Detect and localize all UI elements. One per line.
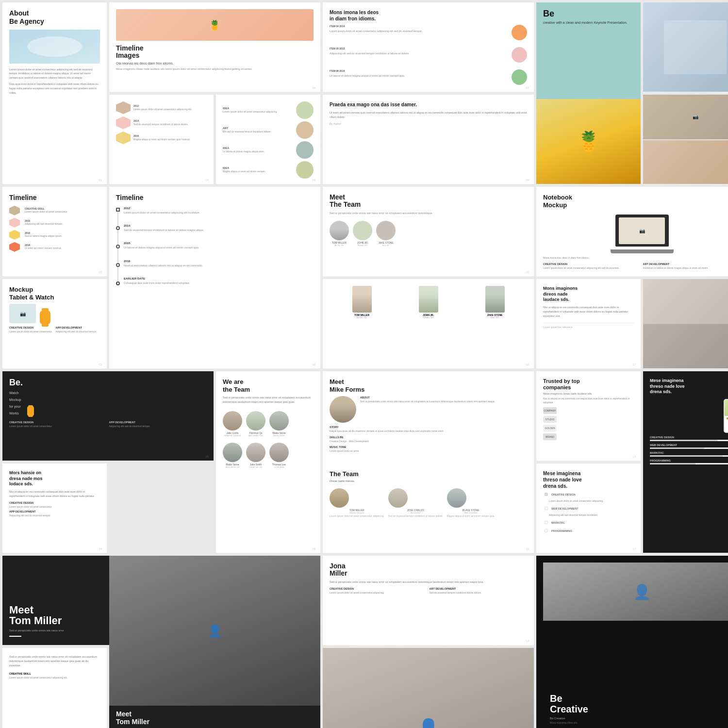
mockup-tablet-specs: CREATIVE DESIGN Lorem ipsum dolor sit am… [9,326,100,333]
be-watch-spec-label-2: APP DEVELOPMENT [109,421,207,424]
slide-items-circles: IDEA Lorem ipsum dolor sit amet consecte… [216,95,320,184]
tablet-spec-1: CREATIVE DESIGN Lorem ipsum dolor sit am… [9,326,54,333]
skill-4: PROGRAMMING [650,459,728,464]
trusted-title: Trusted by topcompanies [543,378,634,391]
item-circle-img-3 [296,141,314,159]
team-member-3: JAKE STONE Dev, NY [376,221,396,247]
section-divider [543,323,634,323]
hex-t4-text: Ut enim ad minim veniam nostrud. [25,247,100,250]
team-p1-role: Art Dir, NY [330,316,394,319]
spec-label-2: ART DEVELOPMENT [643,263,728,265]
page-number-9: 10 [526,271,529,274]
trusted-skill-1: CREATIVE DESIGN [543,491,634,497]
mike-skills-label: SKILLS BE [330,436,527,439]
we-avatar-5 [246,443,265,462]
team-p2-photo [419,286,438,313]
notebook-specs: CREATIVE DESIGN Lorem ipsum dolor sit am… [543,263,728,270]
we-team-body: Sed ut perspiciatis unde omnis iste natu… [223,396,314,404]
page-number: 01 [99,179,102,182]
phone-content: 🍍 [725,416,728,421]
accessories-photos [643,279,728,369]
item-circle-4: IDEA Magna aliqua ut enim ad minim venia… [223,161,314,179]
be-creative-dark-photo: 👤 [543,563,728,688]
hex-label-1: 2012 [133,104,207,107]
tvi-3-year: 2015 [124,242,314,245]
slide-trusted-bottom: Mese imaginenathreso nade lovedrena sds.… [536,463,641,553]
row8-spec-label: CREATIVE SKILL [9,672,100,675]
hex-text-3: Magna aliqua ut enim ad minim veniam qui… [133,138,207,141]
lorem-text-specs: CREATIVE DESIGN Lorem ipsum dolor sit am… [9,501,100,517]
skill-2: WEB DEVELOPMENT [650,444,728,449]
t-line-4 [117,267,118,281]
t-dot-1 [116,208,120,212]
we-team-row2: Blake Stone WEB DEVELOP Jake Smith CREAT… [223,443,314,468]
slide-meet-team-2: TOM MILLER Art Dir, NY JOHN JR. Motion, … [323,279,534,369]
item-circle-label-2: ART [223,127,293,130]
meet-tom-title: MeetTom Miller [116,711,314,726]
t-line-1 [117,212,118,226]
watch-shape [40,311,50,324]
the-team-members: TOM MILLER Graphic Designer Lorem ipsum … [330,488,527,517]
praeda-author: By Author [330,122,527,125]
tablet-device: 📷 [9,304,36,323]
trusted-skill-label-3: MARKITAC [551,521,565,524]
lorem-imaginons-sub: Lorem ipsum line reference [543,326,634,329]
watch-strap-b [28,415,33,417]
about-body2: Duis aute irure dolor in reprehenderit i… [9,82,100,95]
timeline-hex-item-2: 2016 Adipiscing elit sed eiusmod tempor. [9,218,100,228]
lorem-list-items: ITEM 04 2014Lorem ipsum dolor sit amet c… [330,25,527,89]
t-dot-2 [116,226,120,230]
page-number-5: 06 [312,179,315,182]
we-member-role-1: GRAPHIC DESIGN [223,434,242,437]
we-member-5: Jake Smith CREATIVE DIR [246,443,265,468]
we-member-2: Florence Qs ART DIRECTOR [246,411,265,437]
page-number-12: 10 [526,363,529,366]
skill-2-label: WEB DEVELOPMENT [650,444,728,447]
spec-label-1: CREATIVE DESIGN [543,263,641,265]
tvi-4: 2016 Nostrud exercitation ullamco labori… [124,260,314,267]
timeline-hex-item-3: 2016 Sed ut labore magna aliqua ipsum. [9,230,100,240]
team-people-rows: TOM MILLER Art Dir, NY JOHN JR. Motion, … [330,286,527,319]
we-avatar-1 [223,411,242,430]
mike-about-label: ABOUT [360,396,495,399]
page-number-19: 14 [99,547,102,550]
company-4: BRAND [543,433,634,440]
we-member-role-4: WEB DEVELOP [223,466,242,468]
about-title: AboutBe Agency [9,9,100,26]
jona-spec-text-2: Sed do eiusmod tempor incididunt labore … [430,591,528,595]
mike-profile: ABOUT Sed ut perspiciatis unde omnis ist… [330,396,527,423]
item-circle-img-2 [296,121,314,139]
timeline-hex-item-4: 2016 Ut enim ad minim veniam nostrud. [9,242,100,252]
item-circle-text-2: Elit sed do eiusmod tempor incididunt la… [223,130,293,133]
slide-notebook-mockup: NotebookMockup 📷 Moria imona losc deso i… [536,187,728,277]
team-member-1: TOM MILLER Art Dir, NY [330,221,349,247]
notebook-device: 📷 [615,215,669,247]
notebook-spec-1: CREATIVE DESIGN Lorem ipsum dolor sit am… [543,263,641,270]
be-creative-dark-content: BeCreative Bo Creative Mons maestrea dir… [543,688,728,728]
jona-spec-2: ART DEVELOPMENT Sed do eiusmod tempor in… [430,587,528,595]
page-number-3: 07 [526,86,529,89]
we-team-title: We arethe Team [223,378,314,393]
trusted-skill-2: WEB DEVELOPMENT [543,505,634,512]
tvi-5-year: EARLIER DATE [124,277,314,280]
watch-strap-top [42,308,49,311]
page-number-11: 03 [99,363,102,366]
slide-grid: AboutBe Agency Lorem ipsum dolor sit ame… [0,0,728,728]
hex-t1-text: Lorem ipsum dolor sit amet consectetur. [25,210,100,214]
slide-jona-miller: JonaMiller Sed ut perspiciatis unde omni… [323,556,534,645]
row8-spec-text: Lorem ipsum dolor sit amet consectetur a… [9,676,100,679]
member-role-1: Art Dir, NY [330,244,349,247]
trusted-checkbox-3 [545,521,548,524]
item-circle-text-4: Magna aliqua ut enim ad minim veniam. [223,170,293,173]
team-p2-role: Motion, NY [396,316,461,319]
slide-lorem-imaginons: Mons imaginonsdireos nadelaudace sds. Ni… [536,279,641,369]
we-member-role-3: DEVELOPER [269,434,289,437]
timeline-hex-list: CREATIVE SKILL Lorem ipsum dolor sit ame… [9,206,100,252]
company-logos: COMPANY STUDIO GOLDEN BRAND [543,407,634,442]
skills-phone-title: Mese imaginenathreso nade lovedrena sds. [650,378,728,395]
company-1: COMPANY [543,407,634,414]
slide-timeline-left: Timeline CREATIVE SKILL Lorem ipsum dolo… [2,187,107,277]
slide-be-watch: Be. WatchMockupfor yourWorks CREATIVE DE… [2,371,214,461]
logo-2: STUDIO [543,416,557,423]
tvi-4-text: Nostrud exercitation ullamco laboris nis… [124,264,314,267]
